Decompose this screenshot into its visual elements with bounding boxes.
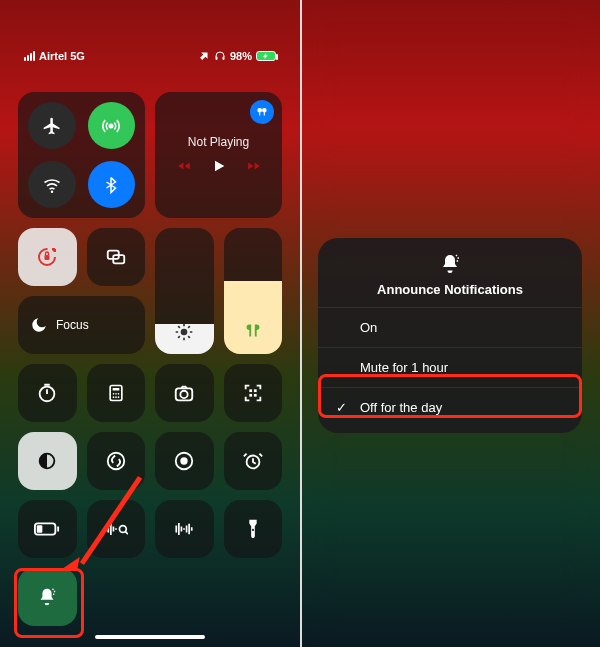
signal-icon: [24, 51, 35, 61]
music-title: Not Playing: [188, 135, 249, 149]
svg-rect-5: [45, 255, 50, 260]
qr-scanner-button[interactable]: [224, 364, 283, 422]
dark-mode-button[interactable]: [18, 432, 77, 490]
svg-rect-30: [57, 526, 59, 532]
shazam-icon: [105, 450, 127, 472]
bluetooth-icon: [102, 176, 120, 194]
calculator-icon: [106, 383, 126, 403]
svg-point-14: [117, 393, 119, 395]
music-tile[interactable]: Not Playing: [155, 92, 282, 218]
announce-notifications-button[interactable]: [18, 568, 77, 626]
low-power-icon: [34, 522, 60, 536]
qr-icon: [242, 382, 264, 404]
svg-point-17: [117, 396, 119, 398]
waveform-icon: [172, 520, 196, 538]
popup-option-off-day[interactable]: Off for the day: [318, 387, 582, 427]
battery-percent: 98%: [230, 50, 252, 62]
svg-point-12: [112, 393, 114, 395]
focus-label: Focus: [56, 318, 89, 332]
svg-rect-22: [249, 394, 252, 397]
headphones-icon: [214, 50, 226, 62]
svg-point-33: [252, 529, 254, 531]
svg-point-15: [112, 396, 114, 398]
announce-bell-icon: [438, 252, 462, 276]
camera-icon: [173, 382, 195, 404]
play-icon[interactable]: [211, 157, 227, 175]
svg-rect-11: [112, 388, 119, 391]
svg-rect-20: [249, 389, 252, 392]
low-power-button[interactable]: [18, 500, 77, 558]
orientation-lock-button[interactable]: [18, 228, 77, 286]
svg-point-13: [115, 393, 117, 395]
location-icon: [198, 50, 210, 62]
rewind-icon[interactable]: [175, 159, 193, 173]
camera-button[interactable]: [155, 364, 214, 422]
moon-icon: [30, 316, 48, 334]
screen-mirroring-button[interactable]: [87, 228, 146, 286]
svg-rect-21: [254, 389, 257, 392]
voice-memo-button[interactable]: [155, 500, 214, 558]
forward-icon[interactable]: [245, 159, 263, 173]
airplane-mode-button[interactable]: [28, 102, 76, 149]
status-left: Airtel 5G: [24, 50, 85, 62]
svg-point-16: [115, 396, 117, 398]
flashlight-icon: [246, 518, 260, 540]
announce-notifications-popup: Announce Notifications On Mute for 1 hou…: [318, 238, 582, 433]
announce-bell-icon: [36, 586, 58, 608]
calculator-button[interactable]: [87, 364, 146, 422]
svg-point-32: [119, 526, 126, 533]
brightness-slider[interactable]: [155, 228, 214, 354]
bluetooth-button[interactable]: [88, 161, 136, 208]
svg-rect-1: [222, 57, 224, 61]
airpods-icon: [242, 320, 264, 342]
flashlight-button[interactable]: [224, 500, 283, 558]
brightness-icon: [174, 322, 194, 342]
status-bar: Airtel 5G 98%: [0, 50, 300, 62]
svg-rect-23: [254, 394, 257, 397]
home-indicator[interactable]: [95, 635, 205, 639]
cellular-data-button[interactable]: [88, 102, 136, 149]
popup-option-on[interactable]: On: [318, 307, 582, 347]
music-controls: [175, 157, 263, 175]
right-phone-popup: Announce Notifications On Mute for 1 hou…: [300, 0, 600, 647]
svg-rect-31: [37, 525, 43, 532]
airplane-icon: [42, 116, 62, 136]
svg-point-9: [40, 387, 55, 402]
svg-point-8: [181, 329, 188, 336]
orientation-lock-icon: [35, 245, 59, 269]
panel-divider: [300, 0, 302, 647]
svg-point-2: [109, 123, 114, 128]
popup-title: Announce Notifications: [377, 282, 523, 297]
control-center-grid: Not Playing Focus: [18, 92, 282, 626]
focus-button[interactable]: Focus: [18, 296, 145, 354]
connectivity-cluster[interactable]: [18, 92, 145, 218]
svg-point-3: [51, 190, 54, 193]
wifi-icon: [42, 175, 62, 195]
record-icon: [173, 450, 195, 472]
timer-icon: [36, 382, 58, 404]
volume-slider[interactable]: [224, 228, 283, 354]
battery-icon: [256, 51, 276, 61]
timer-button[interactable]: [18, 364, 77, 422]
alarm-button[interactable]: [224, 432, 283, 490]
left-phone-control-center: Airtel 5G 98%: [0, 0, 300, 647]
svg-point-25: [108, 453, 125, 470]
dark-mode-icon: [36, 450, 58, 472]
svg-point-19: [181, 391, 188, 398]
wifi-button[interactable]: [28, 161, 76, 208]
svg-rect-0: [215, 57, 217, 61]
cellular-icon: [101, 116, 121, 136]
alarm-icon: [242, 450, 264, 472]
screen-record-button[interactable]: [155, 432, 214, 490]
airplay-audio-icon[interactable]: [250, 100, 274, 124]
screen-mirroring-icon: [105, 246, 127, 268]
carrier-label: Airtel 5G: [39, 50, 85, 62]
svg-point-27: [181, 457, 188, 464]
status-right: 98%: [198, 50, 276, 62]
popup-option-mute-1h[interactable]: Mute for 1 hour: [318, 347, 582, 387]
